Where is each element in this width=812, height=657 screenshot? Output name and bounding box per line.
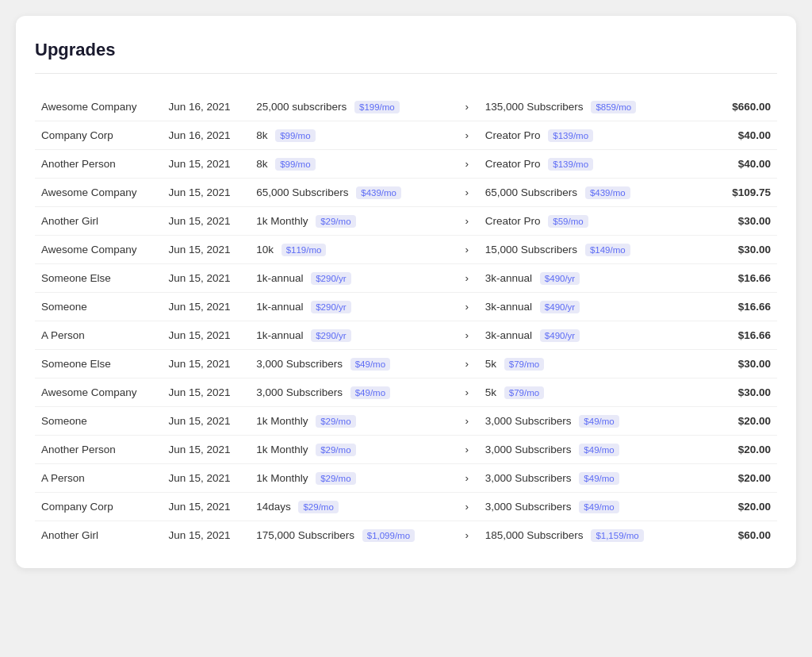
customer-name[interactable]: Company Corp bbox=[35, 121, 163, 150]
table-row: Awesome Company Jun 15, 2021 10k $119/mo… bbox=[35, 236, 777, 264]
customer-name[interactable]: Awesome Company bbox=[35, 236, 163, 264]
amount-cell: $30.00 bbox=[703, 236, 777, 264]
from-plan-badge: $29/mo bbox=[298, 501, 338, 513]
from-plan-badge: $99/mo bbox=[275, 158, 315, 171]
to-plan-name: 5k bbox=[485, 358, 496, 370]
arrow-icon: › bbox=[455, 121, 479, 150]
from-plan-badge: $29/mo bbox=[316, 215, 355, 228]
amount-cell: $30.00 bbox=[703, 207, 777, 236]
customer-name[interactable]: A Person bbox=[35, 321, 163, 350]
to-plan-name: 135,000 Subscribers bbox=[485, 101, 584, 113]
to-plan-badge: $49/mo bbox=[579, 501, 619, 513]
from-plan-cell: 1k-annual $290/yr bbox=[250, 321, 455, 350]
to-plan-name: 3,000 Subscribers bbox=[485, 415, 572, 427]
date-cell: Jun 15, 2021 bbox=[163, 436, 251, 464]
to-plan-name: Creator Pro bbox=[485, 158, 541, 170]
from-plan-name: 1k Monthly bbox=[256, 215, 308, 227]
to-plan-badge: $490/yr bbox=[540, 272, 580, 285]
date-cell: Jun 15, 2021 bbox=[163, 350, 251, 378]
customer-name[interactable]: Awesome Company bbox=[35, 93, 163, 121]
arrow-icon: › bbox=[455, 464, 479, 493]
customer-name[interactable]: Someone bbox=[35, 407, 163, 436]
table-row: Someone Jun 15, 2021 1k Monthly $29/mo ›… bbox=[35, 407, 777, 436]
to-plan-cell: 3k-annual $490/yr bbox=[479, 321, 703, 350]
customer-name[interactable]: A Person bbox=[35, 464, 163, 493]
table-row: Company Corp Jun 16, 2021 8k $99/mo › Cr… bbox=[35, 121, 777, 150]
from-plan-badge: $99/mo bbox=[275, 129, 315, 142]
amount-cell: $30.00 bbox=[703, 378, 777, 407]
customer-name[interactable]: Another Girl bbox=[35, 207, 163, 236]
table-row: Awesome Company Jun 15, 2021 3,000 Subsc… bbox=[35, 378, 777, 407]
amount-cell: $40.00 bbox=[703, 150, 777, 179]
from-plan-name: 3,000 Subscribers bbox=[256, 358, 343, 370]
to-plan-badge: $149/mo bbox=[585, 244, 630, 256]
from-plan-badge: $119/mo bbox=[282, 244, 327, 256]
customer-name[interactable]: Another Person bbox=[35, 436, 163, 464]
to-plan-cell: 3,000 Subscribers $49/mo bbox=[479, 407, 703, 436]
date-cell: Jun 15, 2021 bbox=[163, 179, 251, 207]
amount-cell: $16.66 bbox=[703, 264, 777, 293]
arrow-icon: › bbox=[455, 521, 479, 550]
date-cell: Jun 15, 2021 bbox=[163, 464, 251, 493]
from-plan-cell: 3,000 Subscribers $49/mo bbox=[250, 378, 455, 407]
from-plan-name: 1k-annual bbox=[256, 329, 303, 341]
to-plan-cell: 3k-annual $490/yr bbox=[479, 293, 703, 321]
table-row: Awesome Company Jun 15, 2021 65,000 Subs… bbox=[35, 179, 777, 207]
from-plan-name: 65,000 Subscribers bbox=[256, 186, 348, 198]
to-plan-badge: $139/mo bbox=[548, 129, 593, 142]
to-plan-badge: $490/yr bbox=[540, 301, 580, 313]
arrow-icon: › bbox=[455, 293, 479, 321]
customer-name[interactable]: Another Person bbox=[35, 150, 163, 179]
from-plan-name: 8k bbox=[256, 158, 267, 170]
arrow-icon: › bbox=[455, 93, 479, 121]
to-plan-cell: Creator Pro $139/mo bbox=[479, 121, 703, 150]
customer-name[interactable]: Awesome Company bbox=[35, 179, 163, 207]
to-plan-name: 5k bbox=[485, 386, 496, 398]
from-plan-name: 1k Monthly bbox=[256, 472, 308, 484]
from-plan-badge: $49/mo bbox=[350, 358, 390, 371]
to-plan-cell: 135,000 Subscribers $859/mo bbox=[479, 93, 703, 121]
from-plan-badge: $290/yr bbox=[311, 329, 350, 342]
customer-name[interactable]: Someone Else bbox=[35, 350, 163, 378]
table-row: Another Person Jun 15, 2021 1k Monthly $… bbox=[35, 436, 777, 464]
table-row: A Person Jun 15, 2021 1k-annual $290/yr … bbox=[35, 321, 777, 350]
upgrades-table: Awesome Company Jun 16, 2021 25,000 subs… bbox=[35, 93, 777, 549]
arrow-icon: › bbox=[455, 179, 479, 207]
from-plan-name: 3,000 Subscribers bbox=[256, 386, 343, 398]
to-plan-name: 3,000 Subscribers bbox=[485, 501, 572, 513]
to-plan-badge: $49/mo bbox=[579, 415, 619, 428]
date-cell: Jun 15, 2021 bbox=[163, 293, 251, 321]
from-plan-cell: 8k $99/mo bbox=[250, 121, 455, 150]
to-plan-badge: $79/mo bbox=[504, 386, 544, 399]
to-plan-name: 65,000 Subscribers bbox=[485, 186, 577, 198]
page-title: Upgrades bbox=[35, 40, 777, 74]
from-plan-name: 1k-annual bbox=[256, 301, 303, 313]
customer-name[interactable]: Someone Else bbox=[35, 264, 163, 293]
customer-name[interactable]: Another Girl bbox=[35, 521, 163, 550]
date-cell: Jun 15, 2021 bbox=[163, 407, 251, 436]
to-plan-badge: $49/mo bbox=[579, 472, 619, 485]
table-row: Awesome Company Jun 16, 2021 25,000 subs… bbox=[35, 93, 777, 121]
from-plan-cell: 1k Monthly $29/mo bbox=[250, 464, 455, 493]
arrow-icon: › bbox=[455, 207, 479, 236]
from-plan-badge: $49/mo bbox=[350, 386, 390, 399]
to-plan-cell: 65,000 Subscribers $439/mo bbox=[479, 179, 703, 207]
to-plan-badge: $859/mo bbox=[591, 101, 636, 113]
arrow-icon: › bbox=[455, 378, 479, 407]
from-plan-cell: 10k $119/mo bbox=[250, 236, 455, 264]
table-row: Another Person Jun 15, 2021 8k $99/mo › … bbox=[35, 150, 777, 179]
customer-name[interactable]: Awesome Company bbox=[35, 378, 163, 407]
from-plan-cell: 3,000 Subscribers $49/mo bbox=[250, 350, 455, 378]
amount-cell: $30.00 bbox=[703, 350, 777, 378]
date-cell: Jun 15, 2021 bbox=[163, 493, 251, 521]
from-plan-name: 1k-annual bbox=[256, 272, 303, 284]
to-plan-name: 185,000 Subscribers bbox=[485, 529, 584, 541]
from-plan-name: 8k bbox=[256, 129, 267, 141]
to-plan-badge: $79/mo bbox=[504, 358, 544, 371]
to-plan-cell: 15,000 Subscribers $149/mo bbox=[479, 236, 703, 264]
arrow-icon: › bbox=[455, 150, 479, 179]
arrow-icon: › bbox=[455, 264, 479, 293]
customer-name[interactable]: Company Corp bbox=[35, 493, 163, 521]
customer-name[interactable]: Someone bbox=[35, 293, 163, 321]
arrow-icon: › bbox=[455, 493, 479, 521]
